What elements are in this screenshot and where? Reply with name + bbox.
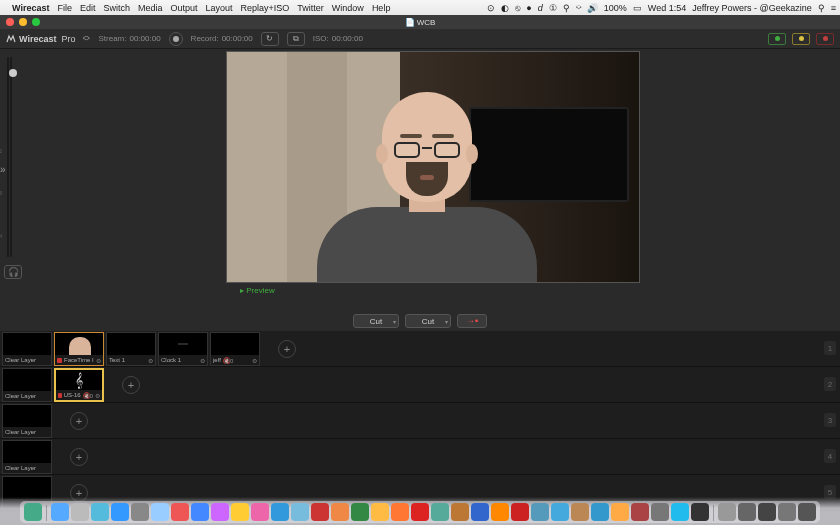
add-shot-button[interactable]: + (122, 376, 140, 394)
shot[interactable]: FaceTime I⚙ (54, 332, 104, 366)
dock-app-icon[interactable] (798, 503, 816, 521)
dock-app-icon[interactable] (171, 503, 189, 521)
clear-layer-shot[interactable]: Clear Layer (2, 404, 52, 438)
dock-app-icon[interactable] (671, 503, 689, 521)
app-menu[interactable]: Wirecast (12, 3, 49, 13)
menu-twitter[interactable]: Twitter (297, 3, 324, 13)
volume-slider-knob[interactable] (9, 69, 17, 77)
spotlight-icon[interactable]: ⚲ (818, 3, 825, 13)
layout-mode-yellow[interactable] (792, 33, 810, 45)
dock-app-icon[interactable] (411, 503, 429, 521)
preview-monitor[interactable]: ⌨ (226, 51, 640, 283)
dock-app-icon[interactable] (251, 503, 269, 521)
shot-settings-icon[interactable]: ⚙ (95, 392, 100, 399)
dock-app-icon[interactable] (611, 503, 629, 521)
status-icon[interactable]: ⎋ (515, 3, 520, 13)
go-button[interactable]: →• (457, 314, 487, 328)
volume-icon[interactable]: 🔊 (587, 3, 598, 13)
clear-layer-shot[interactable]: Clear Layer (2, 368, 52, 402)
dock-app-icon[interactable] (71, 503, 89, 521)
dock-app-icon[interactable] (738, 503, 756, 521)
dock-app-icon[interactable] (631, 503, 649, 521)
chevron-down-icon[interactable]: ▾ (393, 318, 396, 325)
stream-status[interactable]: Stream: 00:00:00 (98, 34, 160, 43)
dock-app-icon[interactable] (331, 503, 349, 521)
status-icon[interactable]: ⊙ (487, 3, 495, 13)
shot-audio-icon[interactable]: 🔇0 (223, 357, 233, 364)
menu-switch[interactable]: Switch (103, 3, 130, 13)
dock-app-icon[interactable] (778, 503, 796, 521)
layout-mode-red[interactable] (816, 33, 834, 45)
dock-app-icon[interactable] (571, 503, 589, 521)
shot-settings-icon[interactable]: ⚙ (200, 357, 205, 364)
menu-help[interactable]: Help (372, 3, 391, 13)
dock-app-icon[interactable] (531, 503, 549, 521)
user-name[interactable]: Jeffrey Powers - @Geekazine (692, 3, 812, 13)
shot-settings-icon[interactable]: ⚙ (148, 357, 153, 364)
dock-app-icon[interactable] (551, 503, 569, 521)
replay-button[interactable]: ↻ (261, 32, 279, 46)
menu-media[interactable]: Media (138, 3, 163, 13)
transition-2-button[interactable]: Cut▾ (405, 314, 451, 328)
status-icon[interactable]: ● (526, 3, 531, 13)
shot-settings-icon[interactable]: ⚙ (96, 357, 101, 364)
dock-app-icon[interactable] (511, 503, 529, 521)
status-icon[interactable]: ◐ (501, 3, 509, 13)
shot[interactable]: jeff🔇0⚙ (210, 332, 260, 366)
dock-app-icon[interactable] (131, 503, 149, 521)
menu-output[interactable]: Output (171, 3, 198, 13)
transition-1-button[interactable]: Cut▾ (353, 314, 399, 328)
dock-app-icon[interactable] (471, 503, 489, 521)
shot-audio-icon[interactable]: 🔇0 (83, 392, 93, 399)
audio-meter[interactable]: 0-3 -6 -12 -18 -24 (7, 57, 19, 257)
shot[interactable]: Clock 1⚙ (158, 332, 208, 366)
dock-app-icon[interactable] (651, 503, 669, 521)
wifi-toggle[interactable]: ⌔ (83, 33, 90, 45)
menu-file[interactable]: File (57, 3, 72, 13)
record-button[interactable] (169, 32, 183, 46)
status-icon[interactable]: ① (549, 3, 557, 13)
dock-app-icon[interactable] (311, 503, 329, 521)
dock-app-icon[interactable] (591, 503, 609, 521)
bluetooth-icon[interactable]: ⚲ (563, 3, 570, 13)
menu-window[interactable]: Window (332, 3, 364, 13)
menu-replay-iso[interactable]: Replay+ISO (241, 3, 290, 13)
battery-pct[interactable]: 100% (604, 3, 627, 13)
add-shot-button[interactable]: + (70, 412, 88, 430)
dock-app-icon[interactable] (351, 503, 369, 521)
headphones-button[interactable]: 🎧 (4, 265, 22, 279)
shot[interactable]: 𝄞US-16🔇0⚙ (54, 368, 104, 402)
iso-button[interactable]: ⧉ (287, 32, 305, 46)
dock-app-icon[interactable] (291, 503, 309, 521)
battery-icon[interactable]: ▭ (633, 3, 642, 13)
status-icon[interactable]: d (538, 3, 543, 13)
layout-mode-green[interactable] (768, 33, 786, 45)
clear-layer-shot[interactable]: Clear Layer (2, 332, 52, 366)
add-shot-button[interactable]: + (70, 448, 88, 466)
dock-app-icon[interactable] (691, 503, 709, 521)
add-shot-button[interactable]: + (278, 340, 296, 358)
dock-app-icon[interactable] (758, 503, 776, 521)
shot-settings-icon[interactable]: ⚙ (252, 357, 257, 364)
shot[interactable]: Text 1⚙ (106, 332, 156, 366)
clock[interactable]: Wed 1:54 (648, 3, 686, 13)
dock-app-icon[interactable] (111, 503, 129, 521)
wifi-icon[interactable]: ⌔ (576, 3, 581, 13)
dock-app-icon[interactable] (491, 503, 509, 521)
dock-app-icon[interactable] (431, 503, 449, 521)
dock-app-icon[interactable] (24, 503, 42, 521)
dock-app-icon[interactable] (51, 503, 69, 521)
dock-app-icon[interactable] (391, 503, 409, 521)
dock-app-icon[interactable] (451, 503, 469, 521)
dock-app-icon[interactable] (231, 503, 249, 521)
menu-layout[interactable]: Layout (206, 3, 233, 13)
dock-app-icon[interactable] (191, 503, 209, 521)
clear-layer-shot[interactable]: Clear Layer (2, 440, 52, 474)
dock-app-icon[interactable] (271, 503, 289, 521)
dock-app-icon[interactable] (91, 503, 109, 521)
dock-app-icon[interactable] (371, 503, 389, 521)
dock-app-icon[interactable] (211, 503, 229, 521)
dock-app-icon[interactable] (718, 503, 736, 521)
chevron-down-icon[interactable]: ▾ (445, 318, 448, 325)
window-titlebar[interactable]: 📄 WCB (0, 15, 840, 29)
